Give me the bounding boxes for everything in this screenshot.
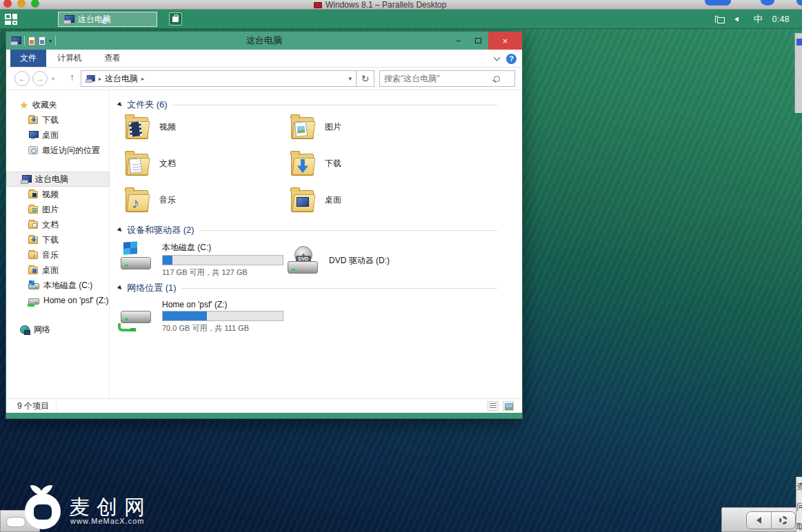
sidebar-item-documents[interactable]: 文档 <box>6 217 110 232</box>
address-dropdown-icon[interactable]: ▾ <box>348 75 356 82</box>
downloads-folder-icon <box>28 116 38 124</box>
start-button[interactable] <box>5 14 19 25</box>
group-header-drives[interactable]: ▶ 设备和驱动器 (2) <box>118 224 504 236</box>
desktop-folder-icon <box>28 267 38 274</box>
system-tray: 中 0:48 <box>715 10 790 29</box>
music-folder-icon: ♪ <box>125 187 150 213</box>
sidebar-item-downloads-pc[interactable]: 下载 <box>6 232 110 247</box>
navigation-pane: ★ 收藏夹 下载 桌面 最近访问的位置 这台电脑 视频 <box>6 90 110 398</box>
sidebar-item-desktop[interactable]: 桌面 <box>6 127 110 143</box>
window-titlebar[interactable]: ▾ 这台电脑 – × <box>6 32 522 50</box>
folder-tile-videos[interactable]: 视频 <box>125 114 176 140</box>
network-tray-icon[interactable] <box>715 16 725 23</box>
mac-zoom-button[interactable] <box>31 0 39 8</box>
search-icon <box>494 76 500 82</box>
watermark-url: www.MeMacX.com <box>70 517 145 525</box>
videos-folder-icon <box>28 191 38 198</box>
sidebar-item-this-pc[interactable]: 这台电脑 <box>6 172 110 187</box>
details-view-button[interactable] <box>488 401 499 411</box>
location-icon <box>86 74 94 82</box>
group-header-network[interactable]: ▶ 网络位置 (1) <box>118 282 504 294</box>
thumbnail-view-button[interactable] <box>503 401 514 411</box>
sidebar-item-recent-places[interactable]: 最近访问的位置 <box>6 143 110 158</box>
folder-tile-downloads[interactable]: 下载 <box>290 150 341 176</box>
group-header-folders[interactable]: ▶ 文件夹 (6) <box>118 99 504 111</box>
folder-tile-desktop[interactable]: 桌面 <box>290 187 341 213</box>
hud-settings-button[interactable] <box>771 512 796 529</box>
maximize-button[interactable] <box>468 32 488 50</box>
drive-tile-local-c[interactable]: 本地磁盘 (C:) 117 GB 可用，共 127 GB <box>121 242 283 278</box>
pictures-folder-icon <box>28 206 38 214</box>
drive-tile-home-psf[interactable]: Home on 'psf' (Z:) 70.0 GB 可用，共 111 GB <box>121 300 283 334</box>
task-button-label: 这台电脑 <box>78 14 111 25</box>
network-drive-icon <box>121 300 152 329</box>
window-title: 这台电脑 <box>6 34 522 47</box>
parallels-window-title: Windows 8.1 – Parallels Desktop <box>314 0 446 10</box>
back-button[interactable]: ← <box>14 71 30 86</box>
drive-tile-dvd[interactable]: DVD DVD 驱动器 (D:) <box>288 246 390 275</box>
address-toolbar: ← → ▾ ↑ ▸ 这台电脑 ▸ ▾ ↻ <box>6 68 522 90</box>
sidebar-item-home-psf[interactable]: Home on 'psf' (Z:) <box>6 293 110 308</box>
parallels-toolbar-icon[interactable] <box>705 0 731 6</box>
mac-close-button[interactable] <box>3 0 12 8</box>
input-method-indicator[interactable]: 中 <box>754 13 763 25</box>
breadcrumb[interactable]: 这台电脑 <box>105 73 138 85</box>
collapse-group-icon[interactable]: ▶ <box>117 285 123 291</box>
ribbon-collapse-icon[interactable] <box>494 54 501 61</box>
videos-folder-icon <box>125 114 150 140</box>
sidebar-item-music[interactable]: ♪ 音乐 <box>6 247 110 263</box>
tab-view[interactable]: 查看 <box>93 50 132 67</box>
network-drive-icon <box>28 298 39 305</box>
taskbar-clock[interactable]: 0:48 <box>772 14 790 24</box>
windows-vm-icon <box>314 2 322 8</box>
item-count: 9 个项目 <box>6 399 57 413</box>
sidebar-item-favorites[interactable]: ★ 收藏夹 <box>6 97 110 112</box>
folder-tile-pictures[interactable]: 图片 <box>290 114 341 140</box>
disk-usage-bar <box>162 255 283 265</box>
history-dropdown-icon[interactable]: ▾ <box>52 76 54 82</box>
disk-usage-bar <box>162 311 283 321</box>
sidebar-item-videos[interactable]: 视频 <box>6 187 110 202</box>
background-window-sliver <box>794 33 802 113</box>
sidebar-item-pictures[interactable]: 图片 <box>6 202 110 217</box>
watermark-logo: 麦创网 www.MeMacX.com <box>11 481 190 529</box>
sidebar-item-local-disk-c[interactable]: 本地磁盘 (C:) <box>6 278 110 293</box>
folder-tile-documents[interactable]: 文档 <box>125 150 176 176</box>
items-pane: ▶ 文件夹 (6) 视频 图片 文档 下载 ♪ 音乐 <box>110 90 522 398</box>
refresh-button[interactable]: ↻ <box>357 70 374 87</box>
address-bar[interactable]: ▸ 这台电脑 ▸ ▾ <box>81 70 357 87</box>
downloads-folder-icon <box>290 150 315 176</box>
this-pc-icon <box>63 15 74 24</box>
desktop-icon <box>28 131 38 139</box>
star-icon: ★ <box>20 101 28 110</box>
search-box[interactable] <box>379 70 515 87</box>
sidebar-item-desktop-pc[interactable]: 桌面 <box>6 263 110 278</box>
windows-store-icon[interactable] <box>169 12 182 25</box>
volume-tray-icon[interactable] <box>734 15 744 23</box>
minimize-button[interactable]: – <box>448 32 468 50</box>
close-button[interactable]: × <box>488 32 522 50</box>
parallels-hud-panel <box>721 507 802 532</box>
parallels-toolbar-icon[interactable] <box>761 0 774 6</box>
documents-folder-icon <box>28 221 38 229</box>
hud-back-button[interactable] <box>747 512 771 529</box>
taskbar-task-button[interactable]: 这台电脑 <box>58 12 157 27</box>
up-button[interactable]: ↑ <box>70 72 74 83</box>
collapse-group-icon[interactable]: ▶ <box>117 227 123 234</box>
tab-file[interactable]: 文件 <box>10 50 46 67</box>
recent-places-icon <box>28 146 38 154</box>
ribbon-tabs: 文件 计算机 查看 <box>6 50 522 68</box>
mac-minimize-button[interactable] <box>17 0 26 8</box>
windows-taskbar: e 这台电脑 中 0:48 <box>0 10 802 29</box>
sidebar-item-network[interactable]: 网络 <box>6 322 110 337</box>
watermark-icon <box>25 493 61 529</box>
collapse-group-icon[interactable]: ▶ <box>117 101 123 108</box>
sidebar-item-downloads[interactable]: 下载 <box>6 112 110 127</box>
parallels-toolbar-icon[interactable] <box>796 0 802 6</box>
search-input[interactable] <box>380 74 494 83</box>
tab-computer[interactable]: 计算机 <box>46 50 93 67</box>
help-icon[interactable]: ? <box>506 54 517 64</box>
desktop-folder-icon <box>290 187 315 213</box>
folder-tile-music[interactable]: ♪ 音乐 <box>125 187 176 213</box>
forward-button[interactable]: → <box>32 71 48 86</box>
